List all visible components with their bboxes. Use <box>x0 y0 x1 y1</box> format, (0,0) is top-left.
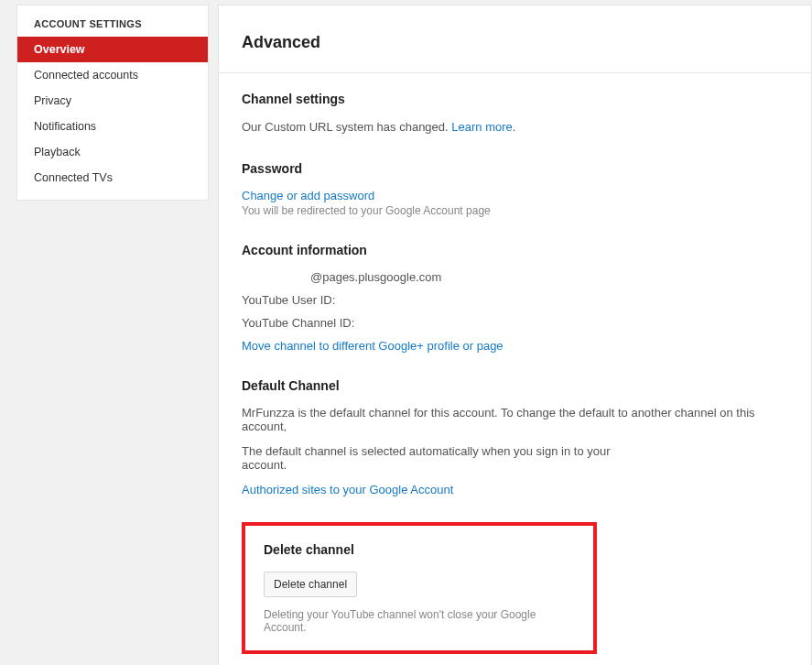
account-email: @pages.plusgoogle.com <box>242 270 788 284</box>
app-container: ACCOUNT SETTINGS Overview Connected acco… <box>0 0 812 665</box>
content: Channel settings Our Custom URL system h… <box>219 73 811 665</box>
authorized-sites-link[interactable]: Authorized sites to your Google Account <box>242 483 453 496</box>
heading-password: Password <box>242 161 788 176</box>
move-channel-link[interactable]: Move channel to different Google+ profil… <box>242 339 503 353</box>
delete-channel-button[interactable]: Delete channel <box>264 572 357 597</box>
youtube-user-id-label: YouTube User ID: <box>242 293 788 307</box>
password-note: You will be redirected to your Google Ac… <box>242 204 788 217</box>
sidebar-item-notifications[interactable]: Notifications <box>17 114 208 139</box>
sidebar-item-playback[interactable]: Playback <box>17 139 208 165</box>
sidebar-item-overview[interactable]: Overview <box>17 37 208 62</box>
change-password-link[interactable]: Change or add password <box>242 189 374 202</box>
section-account-info: Account information @pages.plusgoogle.co… <box>242 243 788 353</box>
default-channel-line1: MrFunzza is the default channel for this… <box>242 406 788 433</box>
sidebar-header: ACCOUNT SETTINGS <box>17 5 208 37</box>
default-line2-post: account. <box>242 458 287 472</box>
default-line2-pre: The default channel is selected automati… <box>242 444 611 458</box>
sidebar-item-connected-accounts[interactable]: Connected accounts <box>17 62 208 88</box>
learn-more-link[interactable]: Learn more <box>451 120 512 134</box>
channel-settings-period: . <box>513 120 516 134</box>
sidebar: ACCOUNT SETTINGS Overview Connected acco… <box>16 5 209 201</box>
sidebar-item-privacy[interactable]: Privacy <box>17 88 208 114</box>
default-channel-line2: The default channel is selected automati… <box>242 444 788 472</box>
heading-delete-channel: Delete channel <box>264 542 575 557</box>
page-title: Advanced <box>219 5 811 73</box>
heading-default-channel: Default Channel <box>242 378 788 393</box>
main-panel: Advanced Channel settings Our Custom URL… <box>218 5 812 665</box>
channel-settings-text: Our Custom URL system has changed. Learn… <box>242 119 788 136</box>
channel-settings-text-span: Our Custom URL system has changed. <box>242 120 451 134</box>
delete-channel-note: Deleting your YouTube channel won't clos… <box>264 608 575 634</box>
section-default-channel: Default Channel MrFunzza is the default … <box>242 378 788 496</box>
delete-channel-highlight: Delete channel Delete channel Deleting y… <box>242 522 597 654</box>
heading-account-info: Account information <box>242 243 788 257</box>
section-password: Password Change or add password You will… <box>242 161 788 217</box>
section-channel-settings: Channel settings Our Custom URL system h… <box>242 92 788 136</box>
heading-channel-settings: Channel settings <box>242 92 788 106</box>
youtube-channel-id-label: YouTube Channel ID: <box>242 316 788 330</box>
sidebar-item-connected-tvs[interactable]: Connected TVs <box>17 165 208 191</box>
